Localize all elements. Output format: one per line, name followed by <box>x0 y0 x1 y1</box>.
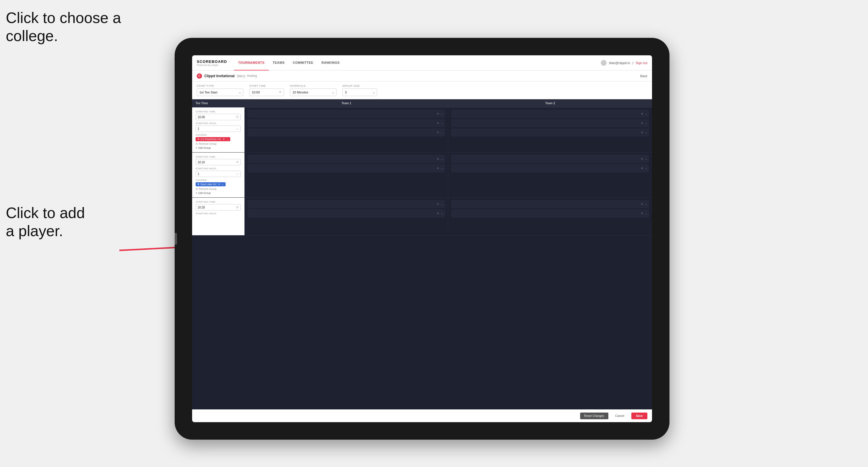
slot-x-btn[interactable]: ✕ <box>437 167 439 170</box>
player-slot[interactable]: ✕ ⌄ <box>247 128 445 136</box>
player-slot[interactable]: ✕ ⌄ <box>247 164 445 173</box>
slot-x-btn[interactable]: ✕ <box>641 157 643 160</box>
slot-x-btn[interactable]: ✕ <box>641 203 643 206</box>
team1-cell-3: ✕ ⌄ ✕ ⌄ <box>245 198 448 235</box>
starting-time-input-3[interactable]: 10:20 ⏱ <box>196 204 241 211</box>
player-slot[interactable]: ✕ ⌄ <box>451 200 649 208</box>
starting-hole-label-2: STARTING HOLE: <box>196 167 241 170</box>
player-slot[interactable]: ✕ ⌄ <box>247 200 445 208</box>
table-row: STARTING TIME: 10:10 ⏱ STARTING HOLE: 1 … <box>192 153 652 198</box>
slot-expand-btn[interactable]: ⌄ <box>645 122 647 125</box>
intervals-group: Intervals 10 Minutes ⌄ <box>290 85 337 96</box>
slot-expand-btn[interactable]: ⌄ <box>645 157 647 160</box>
player-slot[interactable]: ✕ ⌄ <box>451 110 649 118</box>
slot-expand-btn[interactable]: ⌄ <box>645 203 647 206</box>
slot-expand-btn[interactable]: ⌄ <box>441 122 443 125</box>
main-grid: Tee Time Team 1 Team 2 STARTING TIME: 10… <box>192 99 652 409</box>
starting-hole-input-2[interactable]: 1 ⌄ <box>196 170 241 177</box>
add-group-1[interactable]: +Add Group <box>196 147 241 149</box>
form-row: Start Type 1st Tee Start ⌄ Start Time 10… <box>192 82 652 99</box>
start-type-label: Start Type <box>197 85 243 87</box>
save-button[interactable]: Save <box>631 412 647 419</box>
top-nav: SCOREBOARD Powered by clippd TOURNAMENTS… <box>192 55 652 70</box>
player-slot[interactable]: ✕ ⌄ <box>451 209 649 217</box>
table-header: Tee Time Team 1 Team 2 <box>192 99 652 107</box>
slot-expand-btn[interactable]: ⌄ <box>441 131 443 134</box>
course-row-1: ⚑ (A) Peachtree GC ✕ ⌄ <box>196 137 241 141</box>
group-1-sidebar: STARTING TIME: 10:00 ⏱ STARTING HOLE: 1 … <box>192 107 245 152</box>
slot-x-btn[interactable]: ✕ <box>437 203 439 206</box>
slot-expand-btn[interactable]: ⌄ <box>441 157 443 160</box>
table-row: STARTING TIME: 10:20 ⏱ STARTING HOLE: ✕ … <box>192 198 652 236</box>
player-slot[interactable]: ✕ ⌄ <box>247 209 445 217</box>
starting-hole-label-3: STARTING HOLE: <box>196 212 241 215</box>
player-slot[interactable]: ✕ ⌄ <box>451 164 649 173</box>
team1-cell-1: ✕ ⌄ ✕ ⌄ ✕ ⌄ <box>245 107 448 152</box>
nav-teams[interactable]: TEAMS <box>269 55 289 70</box>
add-group-2[interactable]: +Add Group <box>196 192 241 194</box>
starting-hole-input-1[interactable]: 1 ⌄ <box>196 125 241 132</box>
brand-sub: Powered by clippd <box>197 64 227 66</box>
slot-x-btn[interactable]: ✕ <box>641 113 643 115</box>
slot-x-btn[interactable]: ✕ <box>641 131 643 134</box>
start-type-select[interactable]: 1st Tee Start ⌄ <box>197 89 243 96</box>
remove-group-1[interactable]: ⊖Remove Group <box>196 143 241 145</box>
starting-time-label-3: STARTING TIME: <box>196 200 241 203</box>
annotation-choose-college: Click to choose a college. <box>6 9 121 45</box>
course-badge-2[interactable]: ⚑ East Lake GC ✕ ⌄ <box>196 182 225 186</box>
footer: Reset Changes Cancel Save <box>192 409 652 422</box>
player-slot[interactable]: ✕ ⌄ <box>451 128 649 136</box>
sign-out-link[interactable]: Sign out <box>636 61 647 65</box>
slot-expand-btn[interactable]: ⌄ <box>441 203 443 206</box>
slot-expand-btn[interactable]: ⌄ <box>645 212 647 215</box>
content-area: Tee Time Team 1 Team 2 STARTING TIME: 10… <box>192 99 652 409</box>
start-time-group: Start Time 10:00 ⏱ <box>249 85 284 96</box>
slot-expand-btn[interactable]: ⌄ <box>645 113 647 115</box>
slot-x-btn[interactable]: ✕ <box>437 157 439 160</box>
course-badge-1[interactable]: ⚑ (A) Peachtree GC ✕ ⌄ <box>196 137 230 141</box>
player-slot[interactable]: ✕ ⌄ <box>247 119 445 127</box>
nav-committee[interactable]: COMMITTEE <box>289 55 317 70</box>
slot-x-btn[interactable]: ✕ <box>437 131 439 134</box>
slot-x-btn[interactable]: ✕ <box>641 167 643 170</box>
tablet-side-button <box>175 233 177 245</box>
starting-time-input-2[interactable]: 10:10 ⏱ <box>196 159 241 165</box>
cancel-button[interactable]: Cancel <box>611 412 628 419</box>
back-button[interactable]: Back <box>640 74 647 78</box>
nav-tournaments[interactable]: TOURNAMENTS <box>234 55 269 70</box>
slot-expand-btn[interactable]: ⌄ <box>441 212 443 215</box>
sub-header: C Clippd Invitational (Men) Hosting Back <box>192 70 652 82</box>
player-slot[interactable]: ✕ ⌄ <box>451 155 649 163</box>
slot-x-btn[interactable]: ✕ <box>641 212 643 215</box>
group-size-label: Group Size <box>342 85 377 87</box>
separator: | <box>632 61 633 65</box>
slot-expand-btn[interactable]: ⌄ <box>645 131 647 134</box>
nav-rankings[interactable]: RANKINGS <box>317 55 344 70</box>
intervals-select[interactable]: 10 Minutes ⌄ <box>290 89 337 96</box>
start-time-input[interactable]: 10:00 ⏱ <box>249 89 284 96</box>
slot-x-btn[interactable]: ✕ <box>641 122 643 125</box>
slot-x-btn[interactable]: ✕ <box>437 113 439 115</box>
starting-time-label-1: STARTING TIME: <box>196 110 241 113</box>
slot-x-btn[interactable]: ✕ <box>437 212 439 215</box>
starting-time-input-1[interactable]: 10:00 ⏱ <box>196 114 241 120</box>
slot-expand-btn[interactable]: ⌄ <box>441 167 443 170</box>
tournament-gender: (Men) <box>237 74 245 78</box>
brand-title: SCOREBOARD <box>197 59 227 64</box>
tablet-screen: SCOREBOARD Powered by clippd TOURNAMENTS… <box>192 55 652 422</box>
group-2-sidebar: STARTING TIME: 10:10 ⏱ STARTING HOLE: 1 … <box>192 153 245 197</box>
group-size-select[interactable]: 3 ⌄ <box>342 89 377 96</box>
user-email: blair@clippd.io <box>609 61 630 65</box>
slot-expand-btn[interactable]: ⌄ <box>441 113 443 115</box>
player-slot[interactable]: ✕ ⌄ <box>451 119 649 127</box>
player-slot[interactable]: ✕ ⌄ <box>247 155 445 163</box>
annotation-add-player: Click to add a player. <box>6 204 85 240</box>
reset-button[interactable]: Reset Changes <box>580 412 608 419</box>
remove-group-2[interactable]: ⊖Remove Group <box>196 187 241 190</box>
tablet-frame: SCOREBOARD Powered by clippd TOURNAMENTS… <box>175 38 670 440</box>
slot-expand-btn[interactable]: ⌄ <box>645 167 647 170</box>
team2-cell-2: ✕ ⌄ ✕ ⌄ <box>448 153 652 197</box>
group-size-group: Group Size 3 ⌄ <box>342 85 377 96</box>
player-slot[interactable]: ✕ ⌄ <box>247 110 445 118</box>
slot-x-btn[interactable]: ✕ <box>437 122 439 125</box>
